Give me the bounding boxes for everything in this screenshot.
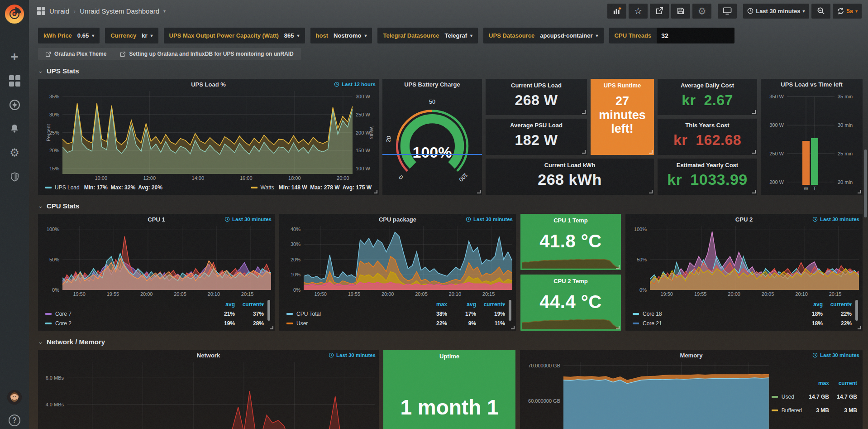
refresh-icon[interactable]	[837, 7, 844, 15]
legend-series[interactable]: Core 2118%22%	[633, 318, 852, 328]
variable-value[interactable]: 0.65▾	[77, 32, 94, 39]
legend-scrollbar[interactable]	[267, 300, 270, 321]
legend-series-name[interactable]: CPU Total	[286, 311, 418, 317]
legend-series[interactable]: User22%9%11%	[286, 318, 505, 328]
refresh-interval-label[interactable]: 5s	[847, 8, 853, 14]
legend-sort-header[interactable]: current▾	[823, 301, 852, 308]
alerting-bell-icon[interactable]	[9, 123, 20, 135]
user-avatar[interactable]	[7, 390, 22, 405]
section-title[interactable]: Network / Memory	[47, 338, 105, 346]
help-icon[interactable]: ?	[9, 415, 20, 426]
variable-value[interactable]: apcupsd-container▾	[540, 32, 598, 39]
panel-title[interactable]: Current Load kWh	[486, 162, 654, 169]
plot-area[interactable]	[62, 91, 353, 174]
panel-title[interactable]: Uptime	[383, 353, 515, 360]
legend-series[interactable]: WattsMin: 148 W Max: 278 W Avg: 175 W	[251, 184, 372, 191]
variable-input[interactable]	[657, 28, 734, 43]
panel-title[interactable]: Memory	[520, 352, 863, 359]
cycle-view-tv-button[interactable]	[718, 4, 737, 19]
variable-value[interactable]: 865▾	[284, 32, 300, 39]
chevron-down-icon[interactable]: ▾	[163, 9, 166, 14]
legend-series-name[interactable]: User	[286, 320, 418, 327]
section-header-cpu-stats[interactable]: ⌄ CPU Stats	[38, 202, 863, 210]
panel-title[interactable]: UPS Load %	[38, 81, 379, 88]
configuration-gear-icon[interactable]: ⚙	[9, 147, 20, 159]
variable-kwh-price[interactable]: kWh Price0.65▾	[38, 28, 100, 43]
star-button[interactable]: ☆	[629, 4, 648, 19]
legend-sort-header[interactable]: avg	[447, 301, 476, 308]
legend-sort-header[interactable]: max	[802, 380, 829, 386]
legend-series-name[interactable]: Core 2	[45, 320, 206, 327]
legend-sort-header[interactable]: current▾	[235, 301, 264, 308]
legend-sort-header[interactable]: avg	[794, 301, 823, 308]
panel-title[interactable]: CPU 1 Temp	[520, 217, 621, 224]
legend-series[interactable]: Buffered3 MB3 MB	[772, 407, 857, 414]
panel-time-range-tag[interactable]: Last 30 minutes	[224, 217, 272, 222]
page-scrollbar[interactable]	[864, 149, 867, 217]
zoom-out-button[interactable]	[811, 4, 830, 19]
panel-title[interactable]: Estimated Yearly Cost	[658, 162, 757, 169]
plot-area[interactable]	[62, 226, 271, 290]
grafana-logo-icon[interactable]	[4, 4, 25, 24]
variable-telegraf-datasource[interactable]: Telegraf DatasourceTelegraf▾	[377, 28, 478, 43]
dashboard-settings-button[interactable]: ⚙	[692, 4, 711, 19]
legend-series[interactable]: Core 219%28%	[45, 318, 264, 328]
panel-time-range-tag[interactable]: Last 30 minutes	[466, 217, 513, 222]
legend-scrollbar[interactable]	[509, 300, 511, 321]
create-plus-icon[interactable]: +	[9, 51, 20, 63]
legend-sort-header[interactable]: current▾	[476, 301, 505, 308]
panel-title[interactable]: UPS Battery Charge	[382, 81, 482, 88]
panel-title[interactable]: Current UPS Load	[486, 82, 587, 89]
panel-title[interactable]: UPS Runtime	[591, 82, 654, 89]
server-admin-shield-icon[interactable]	[9, 171, 20, 183]
legend-series-name[interactable]: Core 7	[45, 311, 206, 317]
legend-series[interactable]: CPU Total38%17%19%	[286, 309, 505, 318]
explore-compass-icon[interactable]	[9, 99, 20, 111]
legend-series-name[interactable]: Buffered	[772, 407, 802, 414]
variable-value[interactable]: Nostromo▾	[334, 32, 367, 39]
time-range-picker[interactable]: Last 30 minutes ▾	[743, 4, 809, 19]
dashboard-link[interactable]: Grafana Plex Theme	[45, 51, 106, 57]
variable-host[interactable]: hostNostromo▾	[310, 28, 372, 43]
panel-time-range-tag[interactable]: Last 30 minutes	[812, 352, 859, 358]
panel-title[interactable]: Average PSU Load	[486, 122, 587, 129]
bar-w[interactable]	[802, 141, 810, 185]
panel-title[interactable]: CPU 2 Temp	[520, 278, 621, 284]
dashboard-link[interactable]: Setting up Grafana and InfluxDB for UPS …	[120, 51, 293, 57]
variable-currency[interactable]: Currencykr▾	[105, 28, 158, 43]
panel-time-range-tag[interactable]: Last 30 minutes	[329, 352, 376, 358]
legend-series-name[interactable]: Core 21	[633, 320, 794, 327]
legend-series-name[interactable]: Core 18	[633, 311, 794, 317]
breadcrumb-page-title[interactable]: Unraid System Dashboard	[80, 7, 159, 15]
plot-area[interactable]	[650, 226, 859, 290]
panel-title[interactable]: Average Daily Cost	[658, 82, 757, 89]
variable-value[interactable]: Telegraf▾	[444, 32, 472, 39]
section-header-network-memory[interactable]: ⌄ Network / Memory	[38, 338, 863, 346]
legend-sort-header[interactable]: current	[829, 380, 857, 386]
variable-ups-datasource[interactable]: UPS Datasourceapcupsd-container▾	[483, 28, 603, 43]
plot-area[interactable]	[67, 362, 375, 429]
plot-area[interactable]	[563, 362, 769, 429]
bar-t[interactable]	[811, 138, 818, 185]
legend-series[interactable]: Core 1818%22%	[633, 309, 852, 318]
panel-time-range-tag[interactable]: Last 30 minutes	[812, 217, 859, 222]
legend-sort-header[interactable]: max	[418, 301, 447, 308]
legend-scrollbar[interactable]	[855, 300, 858, 321]
panel-title[interactable]: UPS Load vs Time left	[761, 81, 863, 88]
variable-value[interactable]: kr▾	[142, 32, 153, 39]
section-header-ups-stats[interactable]: ⌄ UPS Stats	[38, 67, 863, 75]
legend-series[interactable]: Core 721%37%	[45, 309, 264, 318]
panel-title[interactable]: This Years Cost	[658, 122, 757, 129]
legend-sort-header[interactable]: avg	[206, 301, 235, 308]
legend-series[interactable]: Used14.7 GB14.7 GB	[772, 394, 857, 400]
dashboards-icon[interactable]	[9, 75, 20, 87]
panel-title[interactable]: Network	[38, 352, 379, 359]
share-button[interactable]	[650, 4, 669, 19]
plot-area[interactable]	[304, 226, 512, 290]
panel-time-range-tag[interactable]: Last 12 hours	[334, 82, 376, 87]
legend-series[interactable]: UPS LoadMin: 17% Max: 32% Avg: 20%	[45, 184, 162, 191]
add-panel-button[interactable]	[607, 4, 626, 19]
refresh-picker[interactable]: 5s ▾	[833, 4, 862, 19]
section-title[interactable]: CPU Stats	[47, 202, 80, 210]
breadcrumb-app[interactable]: Unraid	[49, 7, 69, 15]
